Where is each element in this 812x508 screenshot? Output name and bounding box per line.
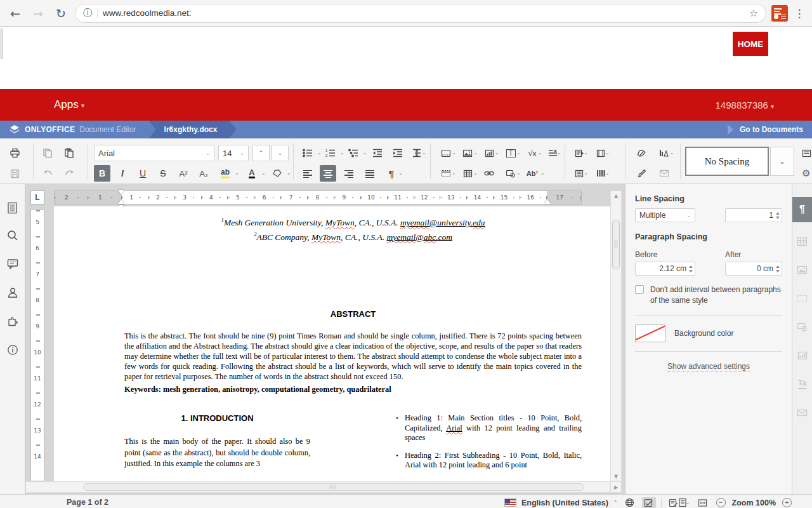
undo-button[interactable] [39,165,56,182]
caret-down-icon[interactable]: ⌄ [516,170,521,176]
caret-down-icon[interactable]: ⌄ [398,170,403,176]
caret-down-icon[interactable]: ⌄ [495,150,499,156]
tab-paragraph-settings[interactable]: ¶ [792,197,812,222]
caret-down-icon[interactable]: ⌄ [235,170,239,176]
hanging-indent-marker[interactable] [118,199,124,204]
caret-down-icon[interactable]: ⌄ [473,170,478,176]
chat-users-icon[interactable] [7,287,18,301]
caret-down-icon[interactable]: ⌄ [540,170,545,176]
caret-down-icon[interactable]: ⌄ [452,170,456,176]
vertical-scroll-thumb[interactable] [612,220,620,269]
spinner-arrows[interactable] [776,212,780,219]
paste-button[interactable] [61,145,77,161]
zoom-out-button[interactable]: − [716,498,726,507]
increase-indent-button[interactable] [390,145,406,161]
vertical-scrollbar[interactable]: ▲ ▼ [610,190,622,481]
first-line-indent-marker[interactable] [118,190,124,194]
increment-font-size-button[interactable]: ⌃ [252,145,270,161]
highlight-color-button[interactable]: ab [217,165,233,182]
show-advanced-settings-link[interactable]: Show advanced settings [667,362,750,371]
style-gallery-expand-button[interactable]: ⌄ [770,147,794,176]
spinner-arrows[interactable] [776,265,780,272]
copy-style-button[interactable] [633,165,650,182]
horizontal-scroll-thumb[interactable] [83,483,584,491]
paragraph-shading-button[interactable] [269,165,285,182]
forward-icon[interactable]: → [29,6,47,20]
font-name-combo[interactable]: Arial⌄ [94,145,214,161]
caret-down-icon[interactable]: ⌄ [516,150,521,156]
clear-style-button[interactable] [633,145,650,161]
extension-icon[interactable] [771,5,788,22]
redo-button[interactable] [61,165,77,182]
document-page[interactable]: 1Mesh Generation University, MyTown, CA.… [54,206,610,481]
nonprinting-characters-button[interactable]: ¶ [383,165,400,182]
scroll-down-icon[interactable]: ▼ [611,472,621,481]
scroll-up-icon[interactable]: ▲ [611,191,621,200]
caret-down-icon[interactable]: ⌄ [605,170,610,176]
spinner-up-icon[interactable] [776,265,780,268]
collapse-toolbar-button[interactable] [798,145,812,161]
caret-down-icon[interactable]: ⌄ [605,150,610,156]
spinner-down-icon[interactable] [776,270,780,272]
line-spacing-amount-spinner[interactable]: 1 [725,208,782,222]
tab-textart-settings[interactable]: Ta [792,371,812,397]
caret-down-icon[interactable]: ⌄ [557,150,561,156]
bullet-list-button[interactable] [299,145,316,161]
url-text[interactable]: www.redcoolmedia.net: [103,8,744,18]
align-left-button[interactable] [299,165,316,182]
tab-shape-settings[interactable] [792,314,812,340]
bookmark-star-icon[interactable]: ☆ [749,7,758,19]
strikethrough-button[interactable]: S [155,165,171,182]
about-info-icon[interactable] [7,344,18,358]
justify-button[interactable] [362,165,378,182]
bold-button[interactable]: B [94,165,110,182]
decrement-font-size-button[interactable]: ⌄ [272,145,289,161]
tab-header-footer-settings[interactable] [792,286,812,311]
same-style-checkbox[interactable] [635,285,644,294]
caret-down-icon[interactable]: ⌄ [261,170,266,176]
caret-down-icon[interactable]: ⌄ [473,150,478,156]
numbered-list-button[interactable]: 12 [322,145,339,161]
save-button[interactable] [6,165,23,182]
spinner-down-icon[interactable] [689,270,693,272]
caret-down-icon[interactable]: ⌄ [670,150,674,156]
search-icon[interactable] [7,230,18,244]
apps-menu[interactable]: Apps▾ [54,98,84,111]
comments-icon[interactable] [7,258,18,272]
zoom-in-button[interactable]: + [782,498,792,507]
caret-down-icon[interactable]: ⌄ [317,150,322,156]
set-language-globe-icon[interactable] [623,497,637,508]
email-link[interactable]: myemail@university.edu [400,218,485,227]
spinner-arrows[interactable] [689,265,693,272]
superscript-button[interactable]: A² [175,165,192,182]
spellcheck-toggle-icon[interactable] [642,497,656,508]
decrease-indent-button[interactable] [369,145,386,161]
site-info-icon[interactable]: ⓘ [83,8,92,19]
reload-icon[interactable]: ↻ [52,6,70,20]
settings-gear-icon[interactable]: ⚙ [798,165,812,182]
italic-button[interactable]: I [114,165,131,182]
spacing-before-spinner[interactable]: 2.12 cm [635,262,695,276]
caret-down-icon[interactable]: ⌄ [538,150,542,156]
scroll-right-icon[interactable]: ▶ [610,481,622,493]
caret-down-icon[interactable]: ⌄ [584,150,588,156]
line-spacing-select[interactable]: Multiple⌄ [635,208,695,222]
email-link[interactable]: myemail@abc.com [386,232,452,241]
print-button[interactable] [6,145,23,161]
spinner-down-icon[interactable] [776,217,780,219]
address-bar[interactable]: ⓘ www.redcoolmedia.net: ☆ [75,4,766,23]
account-menu[interactable]: 1498837386▾ [716,100,774,110]
subscript-button[interactable]: A₂ [195,165,212,182]
insert-hyperlink-button[interactable] [481,165,497,182]
vertical-ruler[interactable]: 567891011121314 [30,210,44,481]
tab-stop-selector[interactable]: L [30,190,44,204]
underline-button[interactable]: U [134,165,151,182]
tab-table-settings[interactable] [792,229,812,254]
align-center-button[interactable] [320,165,336,182]
horizontal-scrollbar[interactable] [25,481,610,493]
caret-down-icon[interactable]: ⌄ [287,170,291,176]
right-indent-marker[interactable] [544,199,551,204]
copy-button[interactable] [39,145,56,161]
horizontal-ruler[interactable]: 21 12345678910111213141516 17 [54,190,582,204]
caret-down-icon[interactable]: ⌄ [340,150,344,156]
